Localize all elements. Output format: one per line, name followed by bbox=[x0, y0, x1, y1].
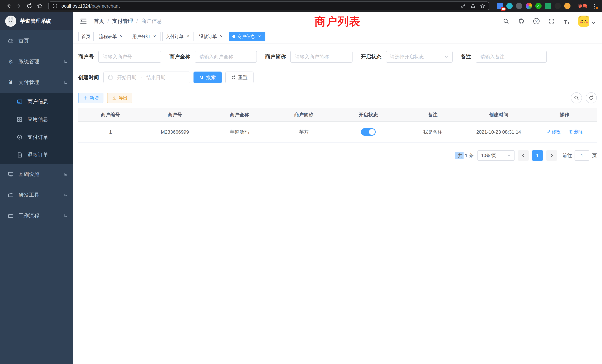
breadcrumb-item[interactable]: 首页 bbox=[94, 18, 104, 25]
full-name-input[interactable] bbox=[195, 51, 257, 63]
prev-page-button[interactable] bbox=[518, 150, 529, 161]
delete-link[interactable]: 删除 bbox=[569, 129, 583, 135]
reset-button[interactable]: 重置 bbox=[225, 72, 254, 83]
browser-back-icon[interactable] bbox=[4, 1, 13, 11]
close-icon[interactable]: × bbox=[219, 34, 224, 39]
tab-label: 首页 bbox=[82, 33, 90, 40]
tab-label: 流程表单 bbox=[99, 33, 117, 40]
goto-page-input[interactable] bbox=[575, 150, 589, 161]
filter-label: 备注 bbox=[461, 53, 471, 60]
share-icon[interactable] bbox=[470, 3, 476, 9]
browser-home-icon[interactable] bbox=[35, 1, 44, 11]
sidebar-item-dev-tools[interactable]: 研发工具 bbox=[0, 185, 73, 205]
browser-menu-icon[interactable]: ⋮ bbox=[591, 3, 598, 9]
short-name-input[interactable] bbox=[290, 51, 353, 63]
sidebar-item-home[interactable]: 首页 bbox=[0, 30, 73, 51]
table-row: 1 M233666999 芋道源码 芋艿 我是备注 2021-10-23 08:… bbox=[78, 122, 597, 142]
close-icon[interactable]: × bbox=[257, 34, 262, 39]
extension-icon[interactable] bbox=[526, 3, 532, 9]
tab-user-group[interactable]: 用户分组× bbox=[129, 32, 161, 41]
extension-icon[interactable] bbox=[506, 3, 513, 9]
cell-short-name: 芋艿 bbox=[271, 122, 336, 142]
cell-full-name: 芋道源码 bbox=[207, 122, 272, 142]
sidebar-item-system[interactable]: ⚙ 系统管理 bbox=[0, 51, 73, 72]
sidebar-item-label: 基础设施 bbox=[19, 171, 39, 178]
extension-icon[interactable] bbox=[555, 3, 561, 9]
page-number-button[interactable]: 1 bbox=[532, 150, 543, 161]
toggle-search-button[interactable] bbox=[571, 92, 582, 103]
browser-reload-icon[interactable] bbox=[24, 1, 34, 11]
url-bar[interactable]: localhost:1024/pay/merchant bbox=[48, 1, 489, 10]
main-content: 商户号 商户全称 商户简称 开启状态 请选择开启状态 bbox=[73, 43, 602, 364]
extension-icon[interactable] bbox=[516, 3, 522, 9]
calendar-icon bbox=[108, 75, 113, 80]
hamburger-icon[interactable] bbox=[80, 17, 87, 25]
search-button[interactable]: 搜索 bbox=[194, 72, 222, 83]
sidebar-item-infrastructure[interactable]: 基础设施 bbox=[0, 164, 73, 185]
bookmark-star-icon[interactable] bbox=[480, 3, 485, 9]
credit-card-icon bbox=[16, 98, 23, 105]
monitor-icon bbox=[7, 171, 14, 178]
tab-merchant-info[interactable]: 商户信息× bbox=[229, 32, 265, 41]
export-button[interactable]: 导出 bbox=[107, 93, 132, 103]
search-icon bbox=[199, 75, 204, 80]
fullscreen-icon[interactable] bbox=[548, 17, 555, 25]
browser-forward-icon[interactable] bbox=[14, 1, 24, 11]
goto-label: 前往 bbox=[562, 152, 572, 159]
search-icon[interactable] bbox=[502, 17, 510, 25]
status-toggle[interactable] bbox=[361, 128, 376, 136]
site-info-icon[interactable] bbox=[52, 3, 57, 9]
page-size-select[interactable]: 10条/页 bbox=[477, 150, 515, 161]
sidebar-logo[interactable]: 芋道管理系统 bbox=[0, 12, 73, 30]
page-annotation: 商户列表 bbox=[314, 14, 361, 29]
refresh-icon bbox=[589, 95, 594, 100]
filter-row-1: 商户号 商户全称 商户简称 开启状态 请选择开启状态 bbox=[78, 51, 597, 63]
sidebar-item-merchant-info[interactable]: 商户信息 bbox=[0, 93, 73, 110]
refresh-table-button[interactable] bbox=[586, 92, 597, 103]
help-icon[interactable]: ? bbox=[533, 17, 540, 25]
gear-icon: ⚙ bbox=[7, 58, 14, 65]
remark-input[interactable] bbox=[476, 51, 547, 63]
close-icon[interactable]: × bbox=[119, 34, 124, 39]
sidebar-item-payment-orders[interactable]: 支付订单 bbox=[0, 128, 73, 146]
extension-icon[interactable] bbox=[545, 3, 551, 9]
download-icon bbox=[112, 96, 116, 100]
close-icon[interactable]: × bbox=[185, 34, 191, 39]
sidebar-item-label: 研发工具 bbox=[19, 192, 39, 199]
breadcrumb: 首页 / 支付管理 / 商户信息 bbox=[94, 18, 162, 25]
tab-process-form[interactable]: 流程表单× bbox=[96, 32, 127, 41]
password-key-icon[interactable] bbox=[461, 3, 466, 9]
extension-icon[interactable]: 10 bbox=[497, 3, 503, 9]
breadcrumb-item[interactable]: 支付管理 bbox=[112, 18, 133, 25]
column-header: 开启状态 bbox=[336, 108, 400, 122]
create-time-range-picker[interactable]: 开始日期 - 结束日期 bbox=[103, 72, 190, 83]
sidebar-item-refund-orders[interactable]: 退款订单 bbox=[0, 146, 73, 164]
extension-icon[interactable]: ✓ bbox=[535, 3, 542, 9]
edit-link-label: 修改 bbox=[552, 129, 561, 135]
avatar-image bbox=[578, 16, 589, 27]
delete-link-label: 删除 bbox=[574, 129, 583, 135]
filter-label: 开启状态 bbox=[361, 53, 381, 60]
sidebar-item-label: 首页 bbox=[19, 37, 29, 44]
tab-home[interactable]: 首页 bbox=[78, 32, 94, 41]
url-host: localhost:1024 bbox=[60, 3, 90, 9]
chevron-down-icon bbox=[64, 194, 67, 196]
yen-icon: ¥ bbox=[7, 79, 14, 86]
close-icon[interactable]: × bbox=[152, 34, 157, 39]
tab-refund-orders[interactable]: 退款订单× bbox=[196, 32, 227, 41]
url-text: localhost:1024/pay/merchant bbox=[60, 3, 120, 9]
next-page-button[interactable] bbox=[546, 150, 557, 161]
edit-link[interactable]: 修改 bbox=[546, 129, 561, 135]
profile-avatar-icon[interactable] bbox=[564, 3, 570, 9]
sidebar-item-app-info[interactable]: 应用信息 bbox=[0, 110, 73, 128]
user-avatar[interactable] bbox=[578, 16, 595, 27]
tab-payment-orders[interactable]: 支付订单× bbox=[162, 32, 194, 41]
sidebar-item-payment[interactable]: ¥ 支付管理 bbox=[0, 72, 73, 93]
font-size-icon[interactable]: TT bbox=[563, 17, 570, 25]
merchant-no-input[interactable] bbox=[98, 51, 161, 63]
browser-update-button[interactable]: 更新 bbox=[578, 3, 587, 9]
sidebar-item-workflow[interactable]: 工作流程 bbox=[0, 205, 73, 226]
add-button[interactable]: 新增 bbox=[78, 93, 103, 103]
status-select[interactable]: 请选择开启状态 bbox=[386, 51, 453, 63]
github-icon[interactable] bbox=[517, 17, 525, 25]
